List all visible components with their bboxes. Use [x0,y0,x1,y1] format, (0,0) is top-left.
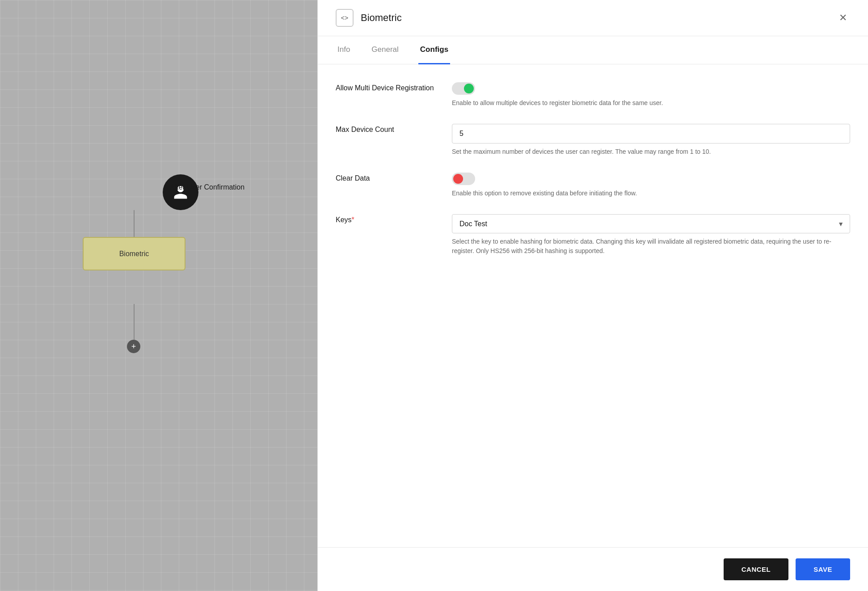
max-device-count-label: Max Device Count [336,124,434,134]
panel-footer: CANCEL SAVE [318,547,868,591]
allow-multi-device-label: Allow Multi Device Registration [336,82,434,92]
connector-top [134,210,135,237]
keys-label: Keys* [336,214,434,224]
biometric-node-label: Biometric [119,250,149,258]
close-icon: ✕ [839,12,847,24]
close-button[interactable]: ✕ [836,11,850,25]
allow-multi-device-hint: Enable to allow multiple devices to regi… [452,98,850,108]
keys-hint: Select the key to enable hashing for bio… [452,237,850,256]
max-device-count-row: Max Device Count Set the maximum number … [336,124,850,156]
tab-info[interactable]: Info [336,36,352,64]
tabs-container: Info General Configs [318,36,868,64]
keys-select[interactable]: Doc Test Key 1 Key 2 [452,214,850,233]
allow-multi-device-control: Enable to allow multiple devices to regi… [452,82,850,108]
allow-multi-device-row: Allow Multi Device Registration Enable t… [336,82,850,108]
connector-bottom [134,304,135,340]
allow-multi-device-toggle[interactable] [452,82,475,95]
code-icon-button[interactable]: <> [336,9,354,27]
toggle-thumb [464,84,474,93]
keys-select-wrapper: Doc Test Key 1 Key 2 ▼ [452,214,850,233]
user-node: After User Confirmation [116,174,244,191]
panel-title: Biometric [361,12,829,24]
panel-content: Allow Multi Device Registration Enable t… [318,64,868,547]
clear-data-toggle[interactable] [452,173,475,185]
toggle-wrapper [452,82,850,95]
tab-info-label: Info [337,45,350,54]
user-node-circle [163,174,198,210]
code-icon: <> [341,14,348,21]
clear-data-toggle-wrapper [452,173,850,185]
flow-canvas: After User Confirmation Biometric + [0,0,317,591]
clear-data-row: Clear Data Enable this option to remove … [336,173,850,198]
add-node-button[interactable]: + [127,340,140,353]
panel-header: <> Biometric ✕ [318,0,868,36]
user-node-label: After User Confirmation [170,183,244,191]
tab-configs[interactable]: Configs [418,36,450,64]
max-device-count-control: Set the maximum number of devices the us… [452,124,850,156]
config-panel: <> Biometric ✕ Info General Configs Allo… [317,0,868,591]
save-button[interactable]: SAVE [796,558,850,580]
max-device-count-input[interactable] [452,124,850,144]
cancel-button[interactable]: CANCEL [724,558,789,580]
clear-data-label: Clear Data [336,173,434,182]
keys-control: Doc Test Key 1 Key 2 ▼ Select the key to… [452,214,850,256]
keys-row: Keys* Doc Test Key 1 Key 2 ▼ Select the … [336,214,850,256]
clear-data-hint: Enable this option to remove existing da… [452,189,850,198]
tab-general-label: General [371,45,398,54]
biometric-node[interactable]: Biometric [83,237,185,270]
tab-configs-label: Configs [420,45,448,54]
keys-required-star: * [352,216,354,224]
clear-data-control: Enable this option to remove existing da… [452,173,850,198]
clear-data-toggle-thumb [453,174,463,184]
tab-general[interactable]: General [370,36,400,64]
plus-icon: + [131,342,136,351]
max-device-count-hint: Set the maximum number of devices the us… [452,147,850,156]
